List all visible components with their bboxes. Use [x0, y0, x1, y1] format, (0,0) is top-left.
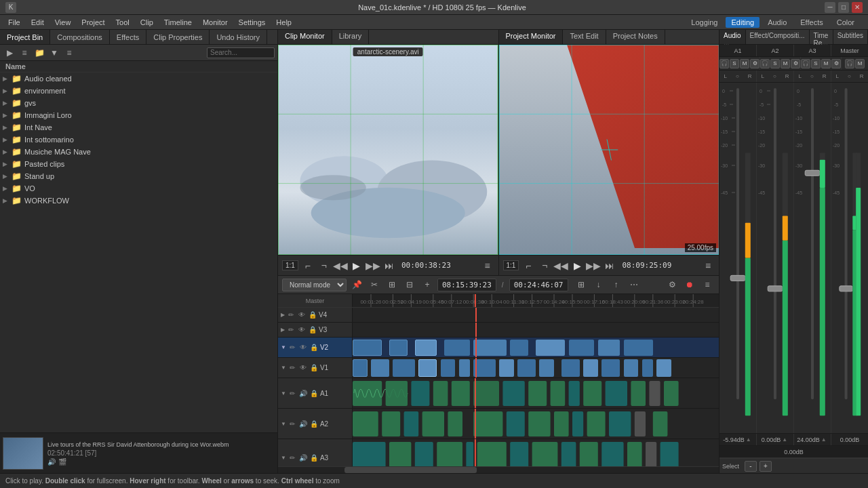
- v2-mute-button[interactable]: 👁: [298, 343, 308, 352]
- clip-v1-1[interactable]: [353, 359, 368, 377]
- project-play-button[interactable]: ▶: [570, 259, 584, 272]
- a2-padlock[interactable]: 🔒: [309, 419, 319, 428]
- a3-mute-mixer-button[interactable]: M: [821, 59, 831, 68]
- clip-v1-9[interactable]: [517, 359, 536, 377]
- clip-prev-frame[interactable]: ◀◀: [334, 259, 347, 272]
- tab-effects[interactable]: Effects: [110, 30, 146, 44]
- clip-v1-13[interactable]: [601, 359, 620, 377]
- timeline-extract[interactable]: ↓: [591, 277, 606, 292]
- menu-project[interactable]: Project: [76, 17, 110, 28]
- a1-db-up[interactable]: ▲: [745, 436, 753, 444]
- track-v3-content[interactable]: [353, 323, 719, 337]
- master-headphone-button[interactable]: 🎧: [845, 59, 854, 68]
- timeline-lift[interactable]: ↑: [609, 277, 624, 292]
- timeline-scrollbar[interactable]: [278, 466, 719, 473]
- add-folder-button[interactable]: 📁: [33, 47, 46, 59]
- a3-edit-button[interactable]: ✏: [288, 453, 297, 462]
- tab-effect-compositor[interactable]: Effect/Compositi...: [746, 30, 810, 44]
- zoom-in-button[interactable]: +: [760, 461, 772, 472]
- clip-v1-4[interactable]: [418, 359, 437, 377]
- v3-mute-button[interactable]: 👁: [297, 325, 307, 335]
- track-a1-content[interactable]: [353, 378, 719, 408]
- search-input[interactable]: [207, 47, 275, 58]
- list-item[interactable]: ▶ 📁 Int Nave: [0, 121, 277, 134]
- a2-headphone-button[interactable]: 🎧: [760, 59, 770, 68]
- clip-v1-2[interactable]: [371, 359, 389, 377]
- project-monitor-video[interactable]: 25.00fps: [499, 45, 719, 255]
- clip-v2-3[interactable]: [415, 340, 437, 356]
- a1-solo-button[interactable]: S: [730, 59, 739, 68]
- a3-headphone-button[interactable]: 🎧: [801, 59, 810, 68]
- master-pan-knob[interactable]: ○: [848, 73, 851, 79]
- clip-more[interactable]: ≡: [481, 259, 494, 272]
- master-mute-mixer-button[interactable]: M: [855, 59, 865, 68]
- v1-edit-button[interactable]: ✏: [288, 363, 297, 373]
- clip-v1-14[interactable]: [624, 359, 639, 377]
- tab-project-notes[interactable]: Project Notes: [606, 30, 665, 44]
- clip-v2-8[interactable]: [569, 340, 595, 356]
- a2-db-up[interactable]: ▲: [781, 436, 789, 444]
- tab-undo-history[interactable]: Undo History: [210, 30, 267, 44]
- timeline-menu-button[interactable]: ≡: [700, 277, 715, 292]
- menu-settings[interactable]: Settings: [233, 17, 271, 28]
- a1-headphone-button[interactable]: 🎧: [719, 59, 729, 68]
- v2-edit-button[interactable]: ✏: [288, 343, 297, 352]
- timeline-razor-button[interactable]: ✂: [367, 277, 382, 292]
- timeline-add-button[interactable]: +: [420, 277, 435, 292]
- timeline-ungroup-button[interactable]: ⊟: [402, 277, 417, 292]
- view-list-button[interactable]: ≡: [18, 47, 31, 59]
- a1-mute-button[interactable]: 🔊: [298, 388, 308, 398]
- tab-clip-properties[interactable]: Clip Properties: [146, 30, 210, 44]
- v1-collapse[interactable]: ▼: [281, 365, 286, 371]
- track-a2-content[interactable]: [353, 409, 719, 439]
- menu-monitor[interactable]: Monitor: [197, 17, 233, 28]
- mode-editing[interactable]: Editing: [726, 17, 760, 28]
- clip-mark-in[interactable]: ⌐: [301, 259, 315, 272]
- project-mark-out[interactable]: ¬: [538, 259, 551, 272]
- zoom-out-button[interactable]: -: [745, 461, 757, 472]
- clip-v1-5[interactable]: [441, 359, 456, 377]
- a2-pan-knob[interactable]: ○: [773, 73, 776, 79]
- a1-padlock[interactable]: 🔒: [309, 388, 319, 398]
- list-item[interactable]: ▶ 📁 WORKFLOW: [0, 195, 277, 207]
- a2-edit-button[interactable]: ✏: [288, 419, 297, 428]
- clip-v1-8[interactable]: [499, 359, 514, 377]
- timeline-zoom-fit[interactable]: ⊞: [574, 277, 589, 292]
- clip-v2-5[interactable]: [473, 340, 507, 356]
- list-item[interactable]: ▶ 📁 environment: [0, 85, 277, 97]
- clip-end[interactable]: ⏭: [382, 259, 396, 272]
- v2-padlock[interactable]: 🔒: [309, 343, 319, 352]
- menu-file[interactable]: File: [3, 17, 26, 28]
- clip-next-frame[interactable]: ▶▶: [366, 259, 380, 272]
- list-item[interactable]: ▶ 📁 Int sottomarino: [0, 134, 277, 146]
- project-next-frame[interactable]: ▶▶: [587, 259, 600, 272]
- tab-clip-monitor[interactable]: Clip Monitor: [278, 30, 332, 44]
- a3-collapse[interactable]: ▼: [281, 455, 286, 461]
- menu-view[interactable]: View: [50, 17, 77, 28]
- v3-lock-button[interactable]: ✏: [286, 325, 296, 335]
- a1-mute-mixer-button[interactable]: M: [740, 59, 749, 68]
- timeline-group-button[interactable]: ⊞: [384, 277, 399, 292]
- collapse-all-button[interactable]: ▶: [3, 47, 16, 59]
- clip-v2-2[interactable]: [389, 340, 408, 356]
- a3-effects-button[interactable]: ⚙: [831, 59, 841, 68]
- menu-help[interactable]: Help: [271, 17, 297, 28]
- window-controls[interactable]: ─ □ ✕: [825, 2, 863, 13]
- list-item[interactable]: ▶ 📁 Stand up: [0, 170, 277, 182]
- mode-audio[interactable]: Audio: [762, 17, 792, 28]
- a1-edit-button[interactable]: ✏: [288, 388, 297, 398]
- track-v2-content[interactable]: [353, 338, 719, 357]
- list-item[interactable]: ▶ 📁 Musiche MAG Nave: [0, 146, 277, 158]
- a3-mute-button[interactable]: 🔊: [298, 453, 308, 462]
- menu-clip[interactable]: Clip: [135, 17, 159, 28]
- minimize-button[interactable]: ─: [825, 2, 835, 13]
- tab-text-edit[interactable]: Text Edit: [563, 30, 606, 44]
- clip-mark-out[interactable]: ¬: [317, 259, 331, 272]
- v4-padlock[interactable]: 🔒: [308, 310, 317, 320]
- timeline-record-button[interactable]: ⏺: [682, 277, 697, 292]
- clip-v1-6[interactable]: [459, 359, 470, 377]
- a2-collapse[interactable]: ▼: [281, 421, 286, 427]
- v2-collapse[interactable]: ▼: [281, 344, 286, 350]
- filter-button[interactable]: ▼: [47, 47, 61, 59]
- timeline-mode-select[interactable]: Normal mode: [282, 279, 347, 291]
